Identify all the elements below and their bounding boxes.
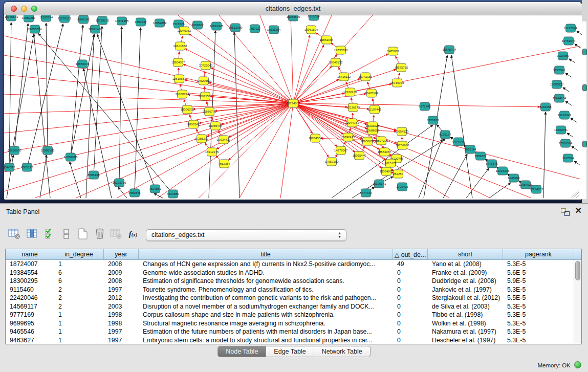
network-window[interactable]: citations_edges.txt 16045571105532871128… <box>4 2 582 200</box>
table-cell[interactable]: Nakamura et al. (1997) <box>428 328 503 335</box>
table-cell[interactable]: Wolkin et al. (1998) <box>428 320 503 327</box>
vertical-scrollbar[interactable] <box>574 260 581 344</box>
table-cell[interactable]: 5.3E-5 <box>503 337 573 344</box>
table-cell[interactable]: 9777169 <box>6 311 54 318</box>
show-column-icon[interactable] <box>26 226 40 242</box>
table-cell[interactable]: 0 <box>393 294 428 301</box>
float-panel-icon[interactable] <box>561 208 570 216</box>
table-cell[interactable]: 1998 <box>104 311 139 318</box>
new-table-icon[interactable] <box>76 226 90 242</box>
table-cell[interactable]: Dudbridge et al. (2008) <box>428 277 503 285</box>
table-cell[interactable]: 1 <box>54 311 104 318</box>
table-cell[interactable]: Genome-wide association studies in ADHD. <box>139 269 393 276</box>
table-cell[interactable]: 5.3E-5 <box>503 320 573 327</box>
table-cell[interactable]: Estimation of significance thresholds fo… <box>139 277 393 285</box>
table-cell[interactable]: 18300295 <box>6 277 54 285</box>
resize-grip[interactable] <box>571 189 579 198</box>
table-cell[interactable]: Embryonic stem cells: a model to study s… <box>139 337 393 344</box>
column-header-in_degree[interactable]: in_degree <box>54 249 104 259</box>
tab-node-table[interactable]: Node Table <box>217 346 266 357</box>
network-canvas[interactable]: 1604557110553287112837941527602164661601… <box>4 15 582 199</box>
delete-table-icon[interactable] <box>93 226 107 242</box>
table-cell[interactable]: 2012 <box>104 294 139 301</box>
table-cell[interactable]: 9115460 <box>6 286 54 293</box>
table-cell[interactable]: 2 <box>54 294 104 301</box>
zoom-window-button[interactable] <box>31 6 37 12</box>
scrollbar-thumb[interactable] <box>575 261 580 280</box>
table-cell[interactable]: 5.3E-5 <box>503 328 573 335</box>
table-cell[interactable]: 0 <box>393 303 428 310</box>
column-header-name[interactable]: name <box>6 249 54 259</box>
table-cell[interactable]: 0 <box>393 277 428 285</box>
table-cell[interactable]: Tourette syndrome. Phenomenology and cla… <box>139 286 393 293</box>
table-cell[interactable]: 1997 <box>104 286 139 293</box>
table-row[interactable]: 977716911998Corpus callosum shape and si… <box>6 311 573 319</box>
table-cell[interactable]: Estimation of the future numbers of pati… <box>139 328 393 335</box>
table-cell[interactable]: 1997 <box>104 337 139 344</box>
table-cell[interactable]: 6 <box>54 269 104 276</box>
table-cell[interactable]: 2 <box>54 286 104 293</box>
window-titlebar[interactable]: citations_edges.txt <box>4 2 582 15</box>
table-cell[interactable]: 14569117 <box>6 303 54 310</box>
table-cell[interactable]: 1 <box>54 260 104 268</box>
table-cell[interactable]: 1998 <box>104 320 139 327</box>
function-builder-icon[interactable]: f(x) <box>126 226 140 242</box>
table-cell[interactable]: Corpus callosum shape and size in male p… <box>139 311 393 318</box>
row-height-icon[interactable] <box>59 226 74 242</box>
table-cell[interactable]: 2 <box>54 303 104 310</box>
tab-edge-table[interactable]: Edge Table <box>266 346 314 357</box>
table-cell[interactable]: Tibbo et al. (1998) <box>428 311 503 318</box>
table-row[interactable]: 946362711997Embryonic stem cells: a mode… <box>6 336 573 344</box>
table-cell[interactable]: 5.3E-5 <box>503 303 573 310</box>
table-row[interactable]: 969969511998Structural magnetic resonanc… <box>6 319 573 328</box>
table-cell[interactable]: de Silva et al. (2003) <box>428 303 503 310</box>
close-panel-icon[interactable]: ✕ <box>575 206 582 215</box>
table-cell[interactable]: 6 <box>54 277 104 285</box>
table-cell[interactable]: 18724007 <box>6 260 54 268</box>
table-cell[interactable]: 0 <box>393 311 428 318</box>
table-cell[interactable]: Changes of HCN gene expression and I(f) … <box>139 260 393 268</box>
table-mode-icon[interactable] <box>7 226 21 242</box>
table-cell[interactable]: 2003 <box>104 303 139 310</box>
table-cell[interactable]: 9463627 <box>6 337 54 344</box>
table-cell[interactable]: Investigating the contribution of common… <box>139 294 393 301</box>
column-header-year[interactable]: year <box>104 249 139 259</box>
table-cell[interactable]: 2008 <box>104 277 139 285</box>
table-cell[interactable]: 19384554 <box>6 269 54 276</box>
table-cell[interactable]: Franke et al. (2009) <box>428 269 503 276</box>
tab-network-table[interactable]: Network Table <box>314 346 371 357</box>
table-cell[interactable]: 5.9E-5 <box>503 277 573 285</box>
table-cell[interactable]: 5.3E-5 <box>503 260 573 268</box>
table-cell[interactable]: Jankovic et al. (1997) <box>428 286 503 293</box>
table-cell[interactable]: 0 <box>393 337 428 344</box>
minimize-window-button[interactable] <box>21 6 27 12</box>
table-row[interactable]: 2242004622012Investigating the contribut… <box>6 294 573 302</box>
table-select-dropdown[interactable]: citations_edges.txt ▲▼ <box>146 229 346 241</box>
table-cell[interactable]: 0 <box>393 328 428 335</box>
network-graph[interactable]: 1604557110553287112837941527602164661601… <box>4 15 582 199</box>
table-cell[interactable]: 49 <box>393 260 428 268</box>
select-visible-icon[interactable] <box>43 226 57 242</box>
column-header-short[interactable]: short <box>428 249 503 259</box>
table-cell[interactable]: 2008 <box>104 260 139 268</box>
table-row[interactable]: 911546021997Tourette syndrome. Phenomeno… <box>6 286 573 294</box>
column-header-title[interactable]: title <box>139 249 393 259</box>
table-cell[interactable]: 5.5E-5 <box>503 294 573 301</box>
close-window-button[interactable] <box>11 6 17 12</box>
table-cell[interactable]: 0 <box>393 269 428 276</box>
table-row[interactable]: 1456911722003Disruption of a novel membe… <box>6 302 573 311</box>
table-cell[interactable]: 9699695 <box>6 320 54 327</box>
table-row[interactable]: 946554611997Estimation of the future num… <box>6 327 573 336</box>
table-cell[interactable]: 1 <box>54 320 104 327</box>
table-cell[interactable]: 9465546 <box>6 328 54 335</box>
column-header-out_de[interactable]: △ out_de... <box>393 249 428 259</box>
table-cell[interactable]: 0 <box>393 320 428 327</box>
table-cell[interactable]: 5.6E-5 <box>503 269 573 276</box>
column-header-pagerank[interactable]: pagerank <box>503 249 574 259</box>
table-row[interactable]: 1830029562008Estimation of significance … <box>6 277 573 286</box>
table-cell[interactable]: Disruption of a novel member of a sodium… <box>139 303 393 310</box>
table-cell[interactable]: 5.3E-5 <box>503 311 573 318</box>
table-cell[interactable]: 22420046 <box>6 294 54 301</box>
table-cell[interactable]: Yano et al. (2008) <box>428 260 503 268</box>
table-cell[interactable]: 1 <box>54 328 104 335</box>
